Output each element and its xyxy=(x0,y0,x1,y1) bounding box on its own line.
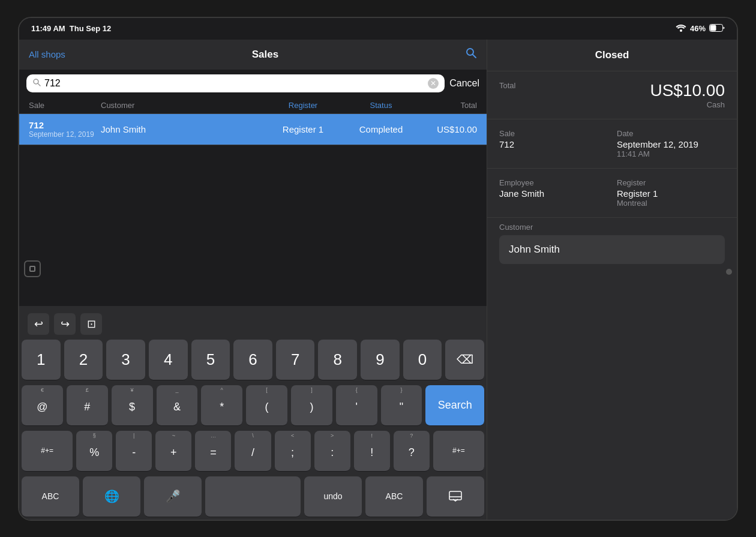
key-slash[interactable]: \/ xyxy=(235,431,271,472)
battery-icon xyxy=(709,24,725,34)
right-panel: Closed Total US$10.00 Cash Sale xyxy=(487,40,737,520)
sale-number: 712 xyxy=(29,120,101,130)
left-panel: All shops Sales xyxy=(19,40,487,520)
search-bar: ✕ Cancel xyxy=(19,70,487,97)
col-header-status[interactable]: Status xyxy=(345,101,417,110)
date-value: September 12, 2019 xyxy=(617,139,725,149)
key-equals[interactable]: …= xyxy=(195,431,231,472)
key-6[interactable]: 6 xyxy=(233,340,272,380)
col-header-register[interactable]: Register xyxy=(261,101,345,110)
date-cell: Date September 12, 2019 11:41 AM xyxy=(617,129,725,158)
register-cell: Register Register 1 Montreal xyxy=(617,178,725,208)
search-input-wrapper[interactable]: ✕ xyxy=(26,74,445,92)
detail-status: Closed xyxy=(595,49,629,61)
key-question[interactable]: ?? xyxy=(394,431,430,472)
clear-icon[interactable]: ✕ xyxy=(428,78,439,89)
detail-header: Closed xyxy=(487,40,737,71)
undo-icon[interactable]: ↩ xyxy=(28,313,49,335)
key-backspace[interactable]: ⌫ xyxy=(445,340,484,380)
date-label: Date xyxy=(617,129,725,138)
svg-rect-2 xyxy=(710,25,716,31)
key-hash[interactable]: £# xyxy=(67,385,108,426)
payment-method: Cash xyxy=(650,100,725,109)
total-value-wrapper: US$10.00 Cash xyxy=(650,81,725,109)
key-amp[interactable]: _& xyxy=(157,385,198,426)
employee-cell: Employee Jane Smith xyxy=(499,178,607,208)
key-abc2[interactable]: ABC xyxy=(365,476,423,517)
key-rparen[interactable]: ]) xyxy=(291,385,332,426)
kb-row-bottom: ABC 🌐 🎤 undo ABC xyxy=(22,476,484,517)
customer-name: John Smith xyxy=(509,244,715,256)
key-3[interactable]: 3 xyxy=(106,340,145,380)
table-row[interactable]: 712 September 12, 2019 John Smith Regist… xyxy=(19,114,487,145)
detail-total-row: Total US$10.00 Cash xyxy=(499,81,725,109)
svg-rect-7 xyxy=(449,491,461,500)
key-shift-right[interactable]: #+= xyxy=(433,431,484,472)
search-icon xyxy=(32,78,41,88)
key-lparen[interactable]: [( xyxy=(246,385,287,426)
keyboard-rows: 1 2 3 4 5 6 7 8 9 0 ⌫ €@ xyxy=(22,340,484,517)
nav-search-icon[interactable] xyxy=(465,47,477,62)
col-header-customer: Customer xyxy=(101,101,261,110)
cancel-button[interactable]: Cancel xyxy=(449,78,479,89)
key-7[interactable]: 7 xyxy=(276,340,315,380)
row-total: US$10.00 xyxy=(417,124,477,134)
register-location: Montreal xyxy=(617,199,725,208)
key-8[interactable]: 8 xyxy=(318,340,357,380)
search-button[interactable]: Search xyxy=(425,385,484,426)
customer-label: Customer xyxy=(499,223,725,232)
register-name: Register 1 xyxy=(617,188,725,199)
customer-section: Customer John Smith xyxy=(487,218,737,264)
svg-line-4 xyxy=(473,55,476,58)
key-at[interactable]: €@ xyxy=(22,385,63,426)
key-5[interactable]: 5 xyxy=(191,340,230,380)
kb-toolbar: ↩ ↪ ⊡ xyxy=(22,311,484,340)
employee-label: Employee xyxy=(499,178,607,187)
register-label: Register xyxy=(617,178,725,187)
redo-icon[interactable]: ↪ xyxy=(54,313,76,335)
key-space[interactable] xyxy=(205,476,301,517)
key-2[interactable]: 2 xyxy=(64,340,103,380)
search-input[interactable] xyxy=(44,78,424,89)
paste-icon[interactable]: ⊡ xyxy=(80,313,102,335)
svg-point-0 xyxy=(680,29,682,32)
row-register: Register 1 xyxy=(261,124,345,134)
customer-box[interactable]: John Smith xyxy=(499,235,725,264)
key-1[interactable]: 1 xyxy=(22,340,61,380)
key-hide[interactable] xyxy=(427,476,484,517)
key-minus[interactable]: |- xyxy=(116,431,152,472)
key-star[interactable]: ^* xyxy=(201,385,242,426)
battery-percentage: 46% xyxy=(690,24,706,33)
key-plus[interactable]: ~+ xyxy=(155,431,191,472)
side-button[interactable] xyxy=(24,260,41,277)
key-rbrace[interactable]: }" xyxy=(381,385,422,426)
detail-grid-top: Sale 712 Date September 12, 2019 11:41 A… xyxy=(487,119,737,169)
detail-grid-bottom: Employee Jane Smith Register Register 1 … xyxy=(487,169,737,218)
key-exclaim[interactable]: !! xyxy=(354,431,390,472)
sale-label: Sale xyxy=(499,129,607,138)
key-undo[interactable]: undo xyxy=(304,476,362,517)
detail-total-section: Total US$10.00 Cash xyxy=(487,71,737,119)
row-status: Completed xyxy=(345,124,417,134)
key-9[interactable]: 9 xyxy=(361,340,400,380)
col-header-total: Total xyxy=(417,101,477,110)
key-percent[interactable]: §% xyxy=(76,431,112,472)
key-semicolon[interactable]: <; xyxy=(275,431,311,472)
nav-back-button[interactable]: All shops xyxy=(29,49,65,59)
nav-bar: All shops Sales xyxy=(19,40,487,70)
key-0[interactable]: 0 xyxy=(403,340,442,380)
wifi-icon xyxy=(676,24,686,34)
keyboard-area: ↩ ↪ ⊡ 1 2 3 4 5 6 7 8 9 xyxy=(19,306,487,520)
key-globe[interactable]: 🌐 xyxy=(83,476,140,517)
key-mic[interactable]: 🎤 xyxy=(144,476,202,517)
key-4[interactable]: 4 xyxy=(149,340,188,380)
key-lbrace[interactable]: {' xyxy=(336,385,377,426)
key-shift-left[interactable]: #+= xyxy=(22,431,73,472)
key-colon[interactable]: >: xyxy=(314,431,350,472)
date-time: 11:41 AM xyxy=(617,149,725,158)
key-abc[interactable]: ABC xyxy=(22,476,79,517)
side-dot xyxy=(726,269,732,275)
row-customer: John Smith xyxy=(101,124,261,134)
total-label: Total xyxy=(499,81,515,90)
key-dollar[interactable]: ¥$ xyxy=(112,385,153,426)
